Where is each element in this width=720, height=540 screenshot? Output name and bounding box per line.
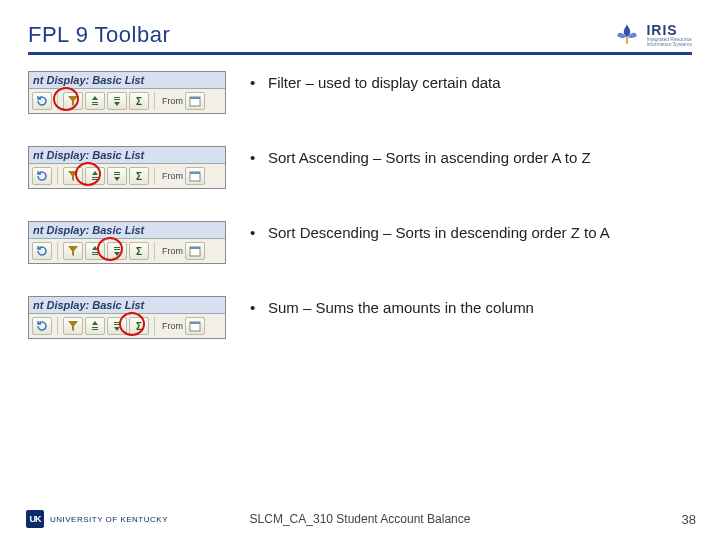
slide: FPL 9 Toolbar IRIS Integrated Resource I… (0, 0, 720, 540)
from-label: From (162, 246, 183, 256)
refresh-icon (32, 92, 52, 110)
sort-asc-icon (85, 317, 105, 335)
iris-logo-tagline2: Information Systems (646, 42, 692, 47)
date-picker-icon (185, 242, 205, 260)
bullet-sum: Sum – Sums the amounts in the column (250, 296, 692, 319)
svg-rect-1 (190, 97, 200, 99)
sap-snippet: nt Display: Basic List Σ From (28, 146, 226, 189)
bullet-filter: Filter – used to display certain data (250, 71, 692, 94)
bullet-sort-desc: Sort Descending – Sorts in descending or… (250, 221, 692, 244)
sort-asc-icon (85, 167, 105, 185)
sap-window-title: nt Display: Basic List (29, 72, 225, 89)
from-label: From (162, 321, 183, 331)
refresh-icon (32, 167, 52, 185)
from-label: From (162, 96, 183, 106)
sort-desc-icon (107, 167, 127, 185)
svg-rect-5 (190, 247, 200, 249)
sum-icon: Σ (129, 317, 149, 335)
svg-rect-3 (190, 172, 200, 174)
sort-desc-icon (107, 92, 127, 110)
filter-icon (63, 242, 83, 260)
content-area: nt Display: Basic List Σ From (28, 71, 692, 339)
sort-asc-icon (85, 242, 105, 260)
row-sort-asc: nt Display: Basic List Σ From (28, 146, 692, 189)
row-filter: nt Display: Basic List Σ From (28, 71, 692, 114)
svg-rect-7 (190, 322, 200, 324)
sap-snippet: nt Display: Basic List Σ From (28, 71, 226, 114)
toolbar-thumb-sum: nt Display: Basic List Σ From (28, 296, 226, 339)
filter-icon (63, 317, 83, 335)
refresh-icon (32, 317, 52, 335)
iris-logo-text: IRIS (646, 23, 692, 37)
page-number: 38 (682, 512, 696, 527)
row-sum: nt Display: Basic List Σ From (28, 296, 692, 339)
slide-header: FPL 9 Toolbar IRIS Integrated Resource I… (28, 22, 692, 55)
sap-window-title: nt Display: Basic List (29, 297, 225, 314)
sort-desc-icon (107, 242, 127, 260)
bullet-sort-asc: Sort Ascending – Sorts in ascending orde… (250, 146, 692, 169)
sap-snippet: nt Display: Basic List Σ From (28, 296, 226, 339)
page-title: FPL 9 Toolbar (28, 22, 170, 48)
sap-window-title: nt Display: Basic List (29, 222, 225, 239)
from-label: From (162, 171, 183, 181)
toolbar-thumb-sort-desc: nt Display: Basic List Σ From (28, 221, 226, 264)
bullet-list: Filter – used to display certain data (250, 71, 692, 100)
date-picker-icon (185, 167, 205, 185)
iris-logo: IRIS Integrated Resource Information Sys… (614, 22, 692, 48)
sort-desc-icon (107, 317, 127, 335)
bullet-list: Sort Descending – Sorts in descending or… (250, 221, 692, 250)
refresh-icon (32, 242, 52, 260)
sum-icon: Σ (129, 242, 149, 260)
sum-icon: Σ (129, 92, 149, 110)
date-picker-icon (185, 317, 205, 335)
sap-snippet: nt Display: Basic List Σ From (28, 221, 226, 264)
iris-flower-icon (614, 22, 640, 48)
bullet-list: Sum – Sums the amounts in the column (250, 296, 692, 325)
toolbar-thumb-filter: nt Display: Basic List Σ From (28, 71, 226, 114)
bullet-list: Sort Ascending – Sorts in ascending orde… (250, 146, 692, 175)
date-picker-icon (185, 92, 205, 110)
sort-asc-icon (85, 92, 105, 110)
sap-toolbar: Σ From (29, 164, 225, 188)
footer-doc-id: SLCM_CA_310 Student Account Balance (0, 512, 720, 526)
sap-toolbar: Σ From (29, 89, 225, 113)
sap-toolbar: Σ From (29, 314, 225, 338)
toolbar-thumb-sort-asc: nt Display: Basic List Σ From (28, 146, 226, 189)
filter-icon (63, 92, 83, 110)
sap-window-title: nt Display: Basic List (29, 147, 225, 164)
sap-toolbar: Σ From (29, 239, 225, 263)
row-sort-desc: nt Display: Basic List Σ From (28, 221, 692, 264)
slide-footer: UK UNIVERSITY OF KENTUCKY SLCM_CA_310 St… (0, 510, 720, 528)
sum-icon: Σ (129, 167, 149, 185)
filter-icon (63, 167, 83, 185)
